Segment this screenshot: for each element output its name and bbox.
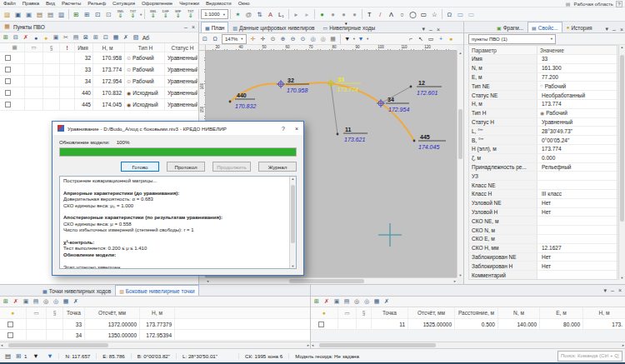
scale-select[interactable]: 1:1000 ▾ xyxy=(201,9,228,19)
property-row[interactable]: Заблокирован NE Нет xyxy=(469,253,617,262)
scrollbar-thumb[interactable] xyxy=(319,343,436,347)
point-marker-32[interactable] xyxy=(277,80,285,88)
status-gray1-icon[interactable]: ● xyxy=(328,9,338,20)
status-gray3-icon[interactable]: ● xyxy=(349,9,360,20)
menu-item[interactable]: Файл xyxy=(0,1,19,6)
minimize-button[interactable]: – xyxy=(429,27,432,32)
point-marker-33[interactable] xyxy=(327,79,335,87)
paste-icon[interactable]: ▤ xyxy=(31,297,41,307)
column-header[interactable]: Н, м xyxy=(93,43,125,52)
clip-region-icon[interactable]: ▭ xyxy=(466,9,477,20)
property-row[interactable]: СКО Н, мм 12.1627 xyxy=(469,244,617,253)
polygon-tool-icon[interactable]: ☆ xyxy=(429,9,440,20)
column-header[interactable]: N, м xyxy=(498,307,540,318)
scrollbar-thumb[interactable] xyxy=(458,109,462,159)
column-header[interactable]: Точка xyxy=(63,307,85,318)
delete-row-icon[interactable]: ✗ xyxy=(11,297,21,307)
table-row[interactable]: 32 170.958 ⊙ Рабочий Уравненный xyxy=(0,52,198,64)
scroll-down-icon[interactable]: ▾ xyxy=(621,276,622,280)
property-row[interactable]: L, °'" 28°30'49.73" xyxy=(469,127,617,136)
minimize-button[interactable]: – xyxy=(611,287,614,293)
menu-item[interactable]: Расчеты xyxy=(58,1,84,6)
column-header[interactable]: Статус Н xyxy=(165,43,198,52)
row-checkbox[interactable] xyxy=(8,332,13,338)
grid-icon[interactable]: ▦ xyxy=(111,32,121,42)
copy-icon[interactable]: ▣ xyxy=(51,32,61,42)
add-row-icon[interactable]: ⊞ xyxy=(1,297,11,307)
menu-item[interactable]: Оформление xyxy=(138,1,176,6)
table-row[interactable]: 34 1350.00000 172.95394 xyxy=(0,330,310,341)
zoom-select[interactable]: 147% ▾ xyxy=(222,34,247,44)
close-button[interactable]: × xyxy=(295,126,298,132)
delete-row-icon[interactable]: ✗ xyxy=(21,32,31,42)
point-dot-11[interactable] xyxy=(337,133,339,136)
property-row[interactable]: Узловой Н Нет xyxy=(469,208,617,217)
export-format-button[interactable]: XML ⇓ xyxy=(147,10,159,18)
close-button[interactable]: × xyxy=(192,24,195,30)
property-row[interactable]: Тип Н ◉ Рабочий xyxy=(469,109,617,118)
property-row[interactable]: Статус Н Уравненный xyxy=(469,118,617,127)
table-row[interactable]: 34 172.954 ⊙ Рабочий Уравненный xyxy=(0,76,198,87)
column-header[interactable]: Отсчёт, мм xyxy=(408,307,455,318)
row-checkbox[interactable] xyxy=(8,322,13,327)
grid-edit-icon[interactable]: ▧ xyxy=(131,32,141,42)
layer-grid-icon[interactable]: ⊞ xyxy=(13,351,24,362)
scrollbar-thumb[interactable] xyxy=(289,279,364,283)
column-header[interactable]: Н, м xyxy=(140,307,175,318)
flag-icon[interactable]: ▸ xyxy=(291,9,302,20)
plan-tab[interactable]: ▦ План xyxy=(201,22,228,32)
bottom-left-scrollbar[interactable]: ◂ ▸ xyxy=(0,342,310,348)
scrollbar-thumb[interactable] xyxy=(620,55,624,222)
panel-menu-button[interactable]: ▾ xyxy=(605,26,608,32)
table-row[interactable]: 33 173.774 ⊙ Рабочий Уравненный xyxy=(0,64,198,76)
property-row[interactable]: Тип NE ○ Рабочий xyxy=(469,82,617,91)
font-icon[interactable]: Аб xyxy=(141,32,151,42)
property-row[interactable]: Класс Н III класс xyxy=(469,190,617,199)
table-import-icon[interactable]: ⊞ xyxy=(91,32,101,42)
point-dot-445[interactable] xyxy=(413,140,416,142)
fill-region-icon[interactable]: ▭ xyxy=(455,9,466,20)
import-job-icon[interactable]: ⊞ xyxy=(71,9,82,20)
add-row-icon[interactable]: ⊞ xyxy=(1,32,11,42)
line-tool-icon[interactable]: / xyxy=(375,9,386,20)
menu-item[interactable]: Чертежи xyxy=(176,1,202,6)
add-row-icon[interactable]: ⊞ xyxy=(312,297,322,307)
import-format-button[interactable]: XML ⇓ xyxy=(114,10,127,18)
workspace-switcher[interactable]: ▤ Рабочая область ? xyxy=(565,0,622,7)
grid-icon[interactable]: ▦ xyxy=(61,297,71,307)
property-row[interactable]: Принадлежность ре... Рельефный xyxy=(469,163,617,172)
property-row[interactable]: СКО NE, м xyxy=(469,217,617,226)
paste-icon[interactable]: ▤ xyxy=(342,297,352,307)
scroll-left-icon[interactable]: ◂ xyxy=(312,343,313,347)
filter-button[interactable]: ▼ xyxy=(44,351,55,362)
close-button[interactable]: × xyxy=(618,287,622,293)
scroll-up-icon[interactable]: ▴ xyxy=(621,45,622,49)
lock-icon[interactable]: ● xyxy=(446,34,456,44)
mention-icon[interactable]: @ xyxy=(243,9,254,20)
property-row[interactable]: СКО N, м xyxy=(469,226,617,235)
property-row[interactable]: Имя 33 xyxy=(469,55,617,64)
ortho-icon[interactable]: ⌐ xyxy=(406,34,416,44)
export-format-button[interactable]: TXT ⇓ xyxy=(184,10,197,18)
flag-alt-icon[interactable]: ▸ xyxy=(302,9,312,20)
property-row[interactable]: Класс NE xyxy=(469,181,617,190)
filter-button[interactable]: ▼ xyxy=(30,351,41,362)
zoom-window-icon[interactable]: ⊙ xyxy=(298,34,308,44)
bulb-off-icon[interactable]: ● xyxy=(31,32,41,42)
copy-icon[interactable]: ▣ xyxy=(21,297,31,307)
print-icon[interactable]: ▤ xyxy=(45,9,56,20)
dialog-button[interactable]: Журнал xyxy=(258,162,297,172)
scroll-up-icon[interactable]: ▴ xyxy=(292,177,293,181)
property-row[interactable]: Узловой NE Нет xyxy=(469,199,617,208)
menu-item[interactable]: Вид xyxy=(42,1,58,6)
filter-button[interactable]: ▼ ▾ xyxy=(356,34,369,44)
table-link-icon[interactable]: ⊡ xyxy=(101,32,111,42)
snap-point-icon[interactable]: + xyxy=(436,34,446,44)
column-header[interactable]: E, м xyxy=(540,307,583,318)
table-row[interactable]: 33 1372.00000 173.77379 xyxy=(0,319,310,330)
grid-icon[interactable]: ▦ xyxy=(372,297,382,307)
property-row[interactable]: Комментарий xyxy=(469,271,617,280)
command-search-input[interactable] xyxy=(558,351,622,362)
column-header[interactable]: Тип Н xyxy=(125,43,165,52)
panel-tab[interactable]: ▣ Фрагм... xyxy=(492,22,528,32)
